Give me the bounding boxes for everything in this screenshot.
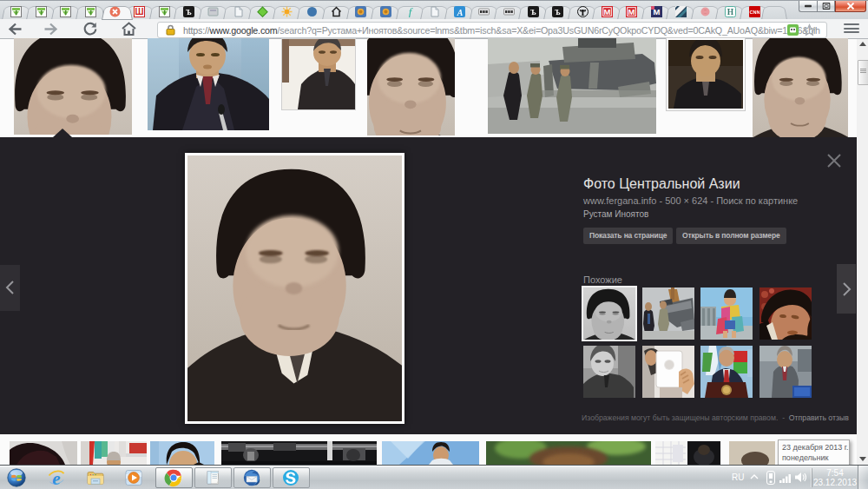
svg-text:A: A <box>457 8 464 17</box>
svg-text:M: M <box>628 7 635 17</box>
svg-text:Ъ: Ъ <box>555 8 561 17</box>
svg-text:M: M <box>604 7 611 17</box>
svg-text:T: T <box>580 7 587 17</box>
svg-text:Ш: Ш <box>135 7 143 17</box>
svg-text:CNN: CNN <box>750 10 760 15</box>
svg-text:Ъ: Ъ <box>530 8 536 17</box>
svg-text:H: H <box>727 8 734 17</box>
svg-text:f: f <box>409 6 414 17</box>
svg-text:Ъ: Ъ <box>186 8 192 17</box>
